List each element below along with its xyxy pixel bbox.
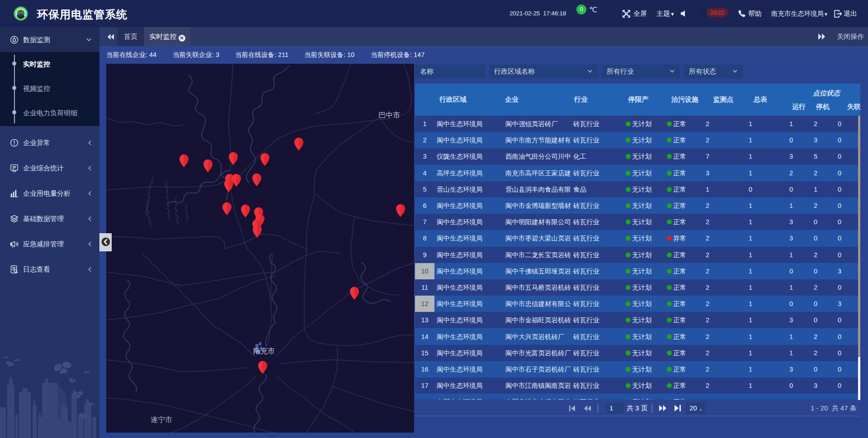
svg-text:遂宁市: 遂宁市 [151, 416, 172, 424]
svg-text:巴中市: 巴中市 [378, 111, 400, 119]
svg-text:南充市: 南充市 [253, 347, 275, 355]
